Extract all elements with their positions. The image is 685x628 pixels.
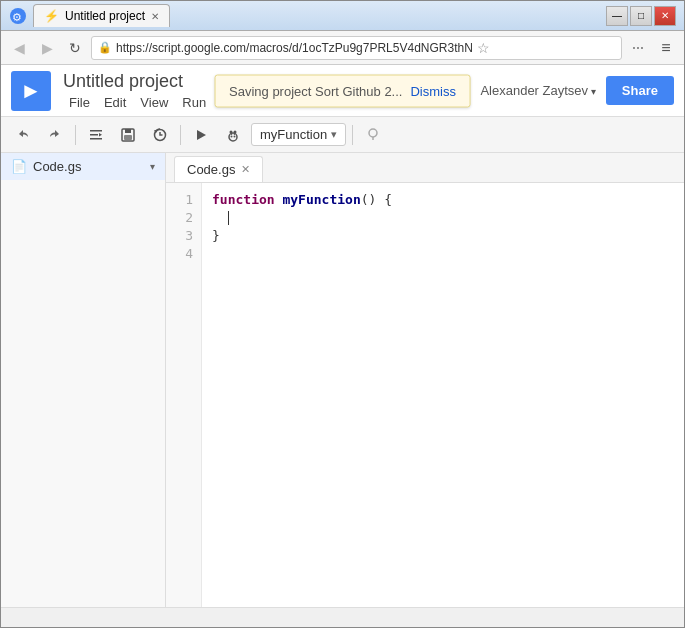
- file-item[interactable]: 📄 Code.gs ▾: [1, 153, 165, 180]
- menu-file[interactable]: File: [63, 94, 96, 111]
- svg-point-14: [234, 130, 237, 133]
- menu-run[interactable]: Run: [176, 94, 212, 111]
- code-brace-close: }: [212, 227, 220, 245]
- status-bar: [1, 607, 684, 627]
- app-title: Untitled project: [63, 71, 212, 92]
- app-title-area: Untitled project File Edit View Run: [63, 71, 212, 111]
- maximize-btn[interactable]: □: [630, 6, 652, 26]
- toolbar-sep-3: [352, 125, 353, 145]
- undo-btn[interactable]: [9, 121, 37, 149]
- function-selector[interactable]: myFunction ▾: [251, 123, 346, 146]
- file-panel: 📄 Code.gs ▾: [1, 153, 166, 607]
- history-btn[interactable]: [146, 121, 174, 149]
- svg-point-17: [231, 135, 233, 137]
- forward-btn[interactable]: ▶: [35, 36, 59, 60]
- code-editor[interactable]: function myFunction() { }: [202, 183, 684, 607]
- saving-text: Saving project Sort Github 2...: [229, 83, 402, 98]
- code-paren: () {: [361, 191, 392, 209]
- menu-btn[interactable]: ≡: [654, 36, 678, 60]
- svg-point-19: [369, 129, 377, 137]
- text-cursor: [228, 211, 229, 225]
- editor-tab-label: Code.gs: [187, 162, 235, 177]
- address-bar: ◀ ▶ ↻ 🔒 https://script.google.com/macros…: [1, 31, 684, 65]
- app-logo: ►: [11, 71, 51, 111]
- debug-btn[interactable]: [219, 121, 247, 149]
- window-controls: — □ ✕: [606, 6, 676, 26]
- lock-icon: 🔒: [98, 41, 112, 54]
- code-indent: [212, 209, 228, 227]
- code-line-3: }: [212, 227, 674, 245]
- back-btn[interactable]: ◀: [7, 36, 31, 60]
- hint-btn[interactable]: [359, 121, 387, 149]
- app-logo-icon: ►: [20, 78, 42, 104]
- code-line-2: [212, 209, 674, 227]
- file-name: Code.gs: [33, 159, 144, 174]
- editor-area: Code.gs ✕ 1 2 3 4 function myFunction() …: [166, 153, 684, 607]
- svg-rect-7: [125, 129, 131, 133]
- menu-view[interactable]: View: [134, 94, 174, 111]
- line-num-1: 1: [166, 191, 201, 209]
- toolbar-sep-1: [75, 125, 76, 145]
- svg-text:⚙: ⚙: [12, 11, 22, 23]
- editor-tab-close-icon[interactable]: ✕: [241, 163, 250, 176]
- saving-notification: Saving project Sort Github 2... Dismiss: [214, 74, 471, 107]
- function-dropdown-icon: ▾: [331, 128, 337, 141]
- redo-btn[interactable]: [41, 121, 69, 149]
- svg-rect-5: [90, 138, 102, 140]
- file-icon: 📄: [11, 159, 27, 174]
- keyword-function: function: [212, 191, 275, 209]
- svg-rect-2: [90, 130, 102, 132]
- fn-name: myFunction: [282, 191, 360, 209]
- svg-point-13: [230, 130, 233, 133]
- refresh-btn[interactable]: ↻: [63, 36, 87, 60]
- indent-btn[interactable]: [82, 121, 110, 149]
- editor-tab-code-gs[interactable]: Code.gs ✕: [174, 156, 263, 182]
- svg-point-12: [229, 133, 237, 141]
- browser-logo-icon: ⚙: [9, 7, 27, 25]
- tab-label: Untitled project: [65, 9, 145, 23]
- address-input[interactable]: 🔒 https://script.google.com/macros/d/1oc…: [91, 36, 622, 60]
- minimize-btn[interactable]: —: [606, 6, 628, 26]
- browser-window: ⚙ ⚡ Untitled project ✕ — □ ✕ ◀ ▶ ↻ 🔒 htt…: [0, 0, 685, 628]
- main-area: 📄 Code.gs ▾ Code.gs ✕ 1 2 3 4: [1, 153, 684, 607]
- app-header: ► Untitled project File Edit View Run Sa…: [1, 65, 684, 117]
- browser-tab[interactable]: ⚡ Untitled project ✕: [33, 4, 170, 27]
- svg-rect-8: [124, 135, 132, 140]
- editor-tabs: Code.gs ✕: [166, 153, 684, 183]
- user-area: Alexander Zaytsev Share: [480, 76, 674, 105]
- menu-edit[interactable]: Edit: [98, 94, 132, 111]
- toolbar: myFunction ▾: [1, 117, 684, 153]
- code-line-4: [212, 245, 674, 263]
- svg-point-18: [234, 135, 236, 137]
- address-text: https://script.google.com/macros/d/1ocTz…: [116, 41, 473, 55]
- code-line-1: function myFunction() {: [212, 191, 674, 209]
- line-num-3: 3: [166, 227, 201, 245]
- close-btn[interactable]: ✕: [654, 6, 676, 26]
- title-bar: ⚙ ⚡ Untitled project ✕ — □ ✕: [1, 1, 684, 31]
- line-num-4: 4: [166, 245, 201, 263]
- bookmark-icon[interactable]: ☆: [477, 40, 490, 56]
- user-name[interactable]: Alexander Zaytsev: [480, 83, 595, 98]
- run-btn[interactable]: [187, 121, 215, 149]
- share-button[interactable]: Share: [606, 76, 674, 105]
- svg-rect-3: [90, 134, 98, 136]
- svg-marker-11: [197, 130, 206, 140]
- line-numbers: 1 2 3 4: [166, 183, 202, 607]
- dismiss-btn[interactable]: Dismiss: [410, 83, 456, 98]
- save-btn[interactable]: [114, 121, 142, 149]
- extensions-btn[interactable]: ⋯: [626, 36, 650, 60]
- tab-close-btn[interactable]: ✕: [151, 11, 159, 22]
- file-dropdown-icon[interactable]: ▾: [150, 161, 155, 172]
- app-menu: File Edit View Run: [63, 94, 212, 111]
- line-num-2: 2: [166, 209, 201, 227]
- editor-content[interactable]: 1 2 3 4 function myFunction() { }: [166, 183, 684, 607]
- svg-marker-4: [99, 133, 102, 137]
- toolbar-sep-2: [180, 125, 181, 145]
- tab-icon: ⚡: [44, 9, 59, 23]
- function-name: myFunction: [260, 127, 327, 142]
